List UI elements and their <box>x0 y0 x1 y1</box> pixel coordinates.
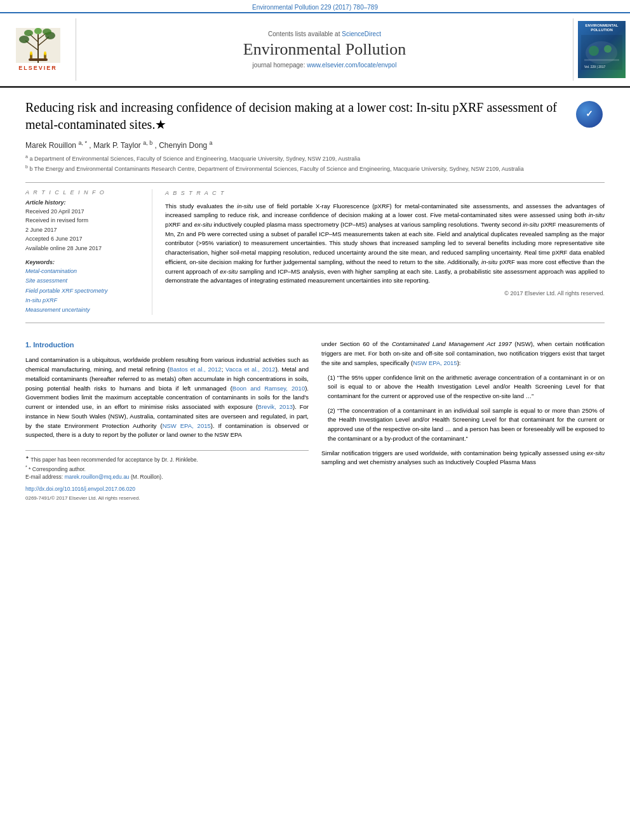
keyword-4: Measurement uncertainty <box>25 305 144 315</box>
cover-label-text: ENVIRONMENTAL POLLUTION <box>586 23 619 32</box>
journal-title: Environmental Pollution <box>243 40 406 59</box>
available-date: Available online 28 June 2017 <box>25 244 144 253</box>
footnote-star: ✦ This paper has been recommended for ac… <box>25 455 309 464</box>
elsevier-logo: ELSEVIER <box>0 18 76 81</box>
svg-point-9 <box>43 29 51 35</box>
ref-boon[interactable]: Boon and Ramsey, 2010 <box>232 385 305 392</box>
svg-rect-11 <box>29 58 48 61</box>
keyword-2: Field portable XRF spectrometry <box>25 286 144 296</box>
doi-anchor[interactable]: http://dx.doi.org/10.1016/j.envpol.2017.… <box>25 486 135 492</box>
journal-center: Contents lists available at ScienceDirec… <box>76 18 573 81</box>
list-text-1: “The 95% upper confidence limit on the a… <box>328 374 605 399</box>
affiliation-a: a a Department of Environmental Sciences… <box>25 154 605 164</box>
list-item-1: (1) “The 95% upper confidence limit on t… <box>328 373 605 401</box>
sciencedirect-link[interactable]: ScienceDirect <box>342 30 381 37</box>
history-heading: Article history: <box>25 199 144 206</box>
article-title: Reducing risk and increasing confidence … <box>25 99 605 133</box>
right-para-2: Similar notification triggers are used w… <box>321 449 605 467</box>
ref-vacca[interactable]: Vacca et al., 2012 <box>225 366 276 373</box>
received-date: Received 20 April 2017 <box>25 207 144 216</box>
affiliation-a-text: a Department of Environmental Sciences, … <box>29 156 360 162</box>
svg-point-18 <box>589 46 599 56</box>
svg-point-8 <box>24 30 33 36</box>
copyright-notice: © 2017 Elsevier Ltd. All rights reserved… <box>165 290 605 298</box>
intro-paragraph: Land contamination is a ubiquitous, worl… <box>25 356 309 439</box>
keyword-3: In-situ pXRF <box>25 296 144 305</box>
intro-section-title: 1. Introduction <box>25 340 309 350</box>
affiliations: a a Department of Environmental Sciences… <box>25 154 605 173</box>
body-columns: 1. Introduction Land contamination is a … <box>25 333 605 502</box>
homepage-link[interactable]: www.elsevier.com/locate/envpol <box>307 62 396 69</box>
footnote-email: E-mail address: marek.rouillon@mq.edu.au… <box>25 473 309 481</box>
journal-cover-image: ENVIRONMENTAL POLLUTION Vol. 229 | 2017 <box>573 18 630 81</box>
section-name: Introduction <box>33 341 74 349</box>
revised-label: Received in revised form <box>25 216 144 225</box>
crossmark-icon: ✓ <box>576 101 603 128</box>
affiliation-b-text: b The Energy and Environmental Contamina… <box>29 166 523 172</box>
svg-point-15 <box>44 51 46 55</box>
email-link[interactable]: marek.rouillon@mq.edu.au <box>64 474 129 480</box>
sciencedirect-line: Contents lists available at ScienceDirec… <box>268 30 381 37</box>
svg-point-14 <box>30 51 32 55</box>
keywords-heading: Keywords: <box>25 259 144 265</box>
email-label: E-mail address: <box>25 474 64 480</box>
left-column: 1. Introduction Land contamination is a … <box>25 340 309 502</box>
article-info-heading: A R T I C L E I N F O <box>25 189 144 196</box>
sciencedirect-prefix: Contents lists available at <box>268 30 342 37</box>
cover-art-icon: Vol. 229 | 2017 <box>581 35 622 70</box>
info-abstract-section: A R T I C L E I N F O Article history: R… <box>25 182 605 323</box>
revised-date: 2 June 2017 <box>25 225 144 234</box>
section-number: 1. <box>25 341 31 349</box>
right-para-1: under Section 60 of the Contaminated Lan… <box>321 340 605 368</box>
article-title-text: Reducing risk and increasing confidence … <box>25 100 557 131</box>
svg-point-10 <box>34 28 42 34</box>
elsevier-brand-text: ELSEVIER <box>18 65 57 71</box>
ref-nswepa-2015[interactable]: NSW EPA, 2015 <box>163 422 211 429</box>
list-text-2: “The concentration of a contaminant in a… <box>328 407 605 442</box>
footnote-star-text: This paper has been recommended for acce… <box>30 457 198 463</box>
cover-thumbnail: ENVIRONMENTAL POLLUTION Vol. 229 | 2017 <box>578 21 626 78</box>
email-name: (M. Rouillon). <box>131 474 163 480</box>
abstract-heading: A B S T R A C T <box>165 189 605 198</box>
journal-header: ELSEVIER Contents lists available at Sci… <box>0 12 630 86</box>
abstract-section: A B S T R A C T This study evaluates the… <box>165 189 605 315</box>
citation-text: Environmental Pollution 229 (2017) 780–7… <box>252 4 378 11</box>
homepage-line: journal homepage: www.elsevier.com/locat… <box>253 62 397 69</box>
doi-link[interactable]: http://dx.doi.org/10.1016/j.envpol.2017.… <box>25 485 309 493</box>
authors-line: Marek Rouillon a, * , Mark P. Taylor a, … <box>25 140 605 150</box>
keyword-0: Metal-contamination <box>25 267 144 276</box>
ref-brevik[interactable]: Brevik, 2013 <box>258 403 293 410</box>
footnote-corresponding: * * Corresponding author. <box>25 464 309 474</box>
ref-nswepa-right[interactable]: NSW EPA, 2015 <box>413 359 457 366</box>
list-number-1: (1) <box>328 374 335 381</box>
crossmark-badge[interactable]: ✓ <box>574 99 605 130</box>
abstract-text: This study evaluates the in-situ use of … <box>165 202 605 286</box>
author-rouillon: Marek Rouillon <box>25 141 78 150</box>
elsevier-tree-icon <box>16 28 60 63</box>
ref-bastos[interactable]: Bastos et al., 2012 <box>170 366 222 373</box>
footnote-area: ✦ This paper has been recommended for ac… <box>25 450 309 502</box>
svg-rect-20 <box>584 59 619 61</box>
list-item-2: (2) “The concentration of a contaminant … <box>328 406 605 444</box>
keyword-1: Site assessment <box>25 276 144 286</box>
list-number-2: (2) <box>328 407 335 414</box>
right-column: under Section 60 of the Contaminated Lan… <box>321 340 605 502</box>
accepted-date: Accepted 6 June 2017 <box>25 234 144 243</box>
svg-text:Vol. 229 | 2017: Vol. 229 | 2017 <box>584 65 605 69</box>
homepage-prefix: journal homepage: <box>253 62 307 69</box>
article-area: Reducing risk and increasing confidence … <box>0 86 630 502</box>
affiliation-b: b b The Energy and Environmental Contami… <box>25 164 605 174</box>
svg-point-6 <box>19 36 29 43</box>
journal-citation: Environmental Pollution 229 (2017) 780–7… <box>0 0 630 12</box>
svg-point-19 <box>604 45 612 53</box>
issn-line: 0269-7491/© 2017 Elsevier Ltd. All right… <box>25 495 309 502</box>
corresponding-label: * Corresponding author. <box>29 465 86 472</box>
article-info: A R T I C L E I N F O Article history: R… <box>25 189 152 315</box>
